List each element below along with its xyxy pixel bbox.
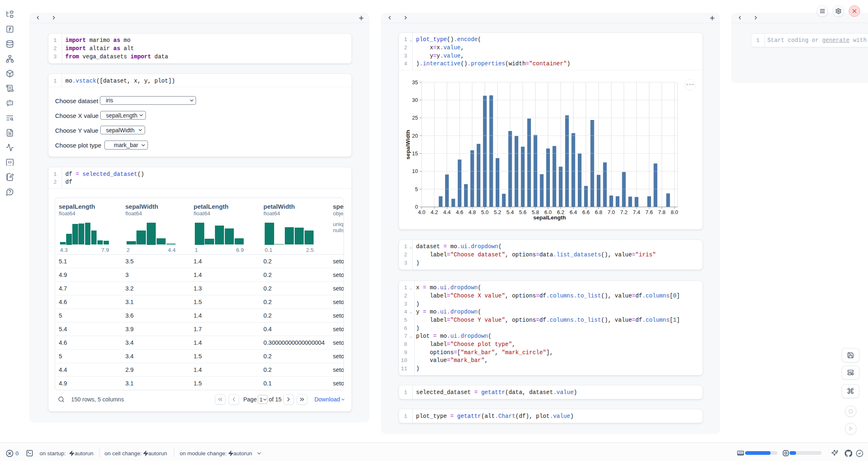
- svg-text:4.8: 4.8: [469, 209, 476, 215]
- svg-text:10: 10: [412, 168, 418, 174]
- svg-text:30: 30: [412, 97, 418, 103]
- svg-text:20: 20: [412, 133, 418, 139]
- svg-text:4.4: 4.4: [443, 209, 450, 215]
- svg-text:7.0: 7.0: [607, 209, 615, 215]
- svg-text:sepalLength: sepalLength: [533, 214, 566, 221]
- svg-text:7.6: 7.6: [645, 209, 653, 215]
- svg-text:25: 25: [412, 115, 418, 121]
- svg-text:6.6: 6.6: [582, 209, 590, 215]
- svg-text:5.4: 5.4: [506, 209, 514, 215]
- svg-text:15: 15: [412, 150, 418, 157]
- svg-text:sepalWidth: sepalWidth: [405, 130, 411, 159]
- svg-text:5: 5: [415, 186, 418, 192]
- svg-text:5.0: 5.0: [481, 209, 489, 215]
- svg-text:4.6: 4.6: [456, 209, 463, 215]
- svg-text:6.8: 6.8: [595, 209, 602, 215]
- svg-text:5.2: 5.2: [494, 209, 501, 215]
- svg-text:7.2: 7.2: [620, 209, 628, 215]
- svg-text:5.6: 5.6: [519, 209, 526, 215]
- svg-text:4.0: 4.0: [418, 209, 425, 215]
- svg-text:6.4: 6.4: [570, 209, 577, 215]
- svg-text:8.0: 8.0: [671, 209, 678, 215]
- svg-text:7.8: 7.8: [658, 209, 665, 215]
- svg-text:35: 35: [412, 79, 418, 85]
- svg-text:0: 0: [415, 204, 418, 210]
- svg-text:7.4: 7.4: [633, 209, 640, 215]
- svg-text:4.2: 4.2: [431, 209, 438, 215]
